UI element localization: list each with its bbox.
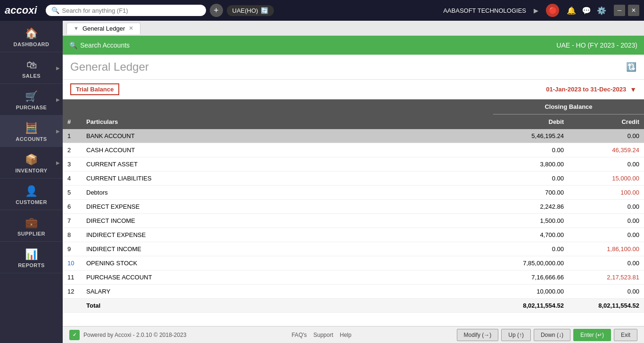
col-particulars-sub: Particulars [82, 114, 493, 130]
message-icon[interactable]: 💬 [582, 6, 591, 15]
company-code: UAE(HO) [232, 7, 258, 14]
total-debit: 8,02,11,554.52 [493, 299, 569, 313]
table-cell-num: 3 [63, 157, 82, 172]
top-bar: accoxi 🔍 + UAE(HO) 🔄 AABASOFT TECHNOLOGI… [0, 0, 644, 21]
col-credit-header: Credit [569, 114, 644, 130]
top-icons: 🔔 💬 ⚙️ [567, 6, 606, 15]
total-credit: 8,02,11,554.52 [569, 299, 644, 313]
search-input[interactable] [62, 7, 194, 14]
tab-general-ledger[interactable]: ▼ General Ledger ✕ [66, 23, 140, 34]
table-cell-debit: 3,800.00 [493, 157, 569, 172]
reports-icon: 📊 [25, 248, 38, 261]
table-row[interactable]: 1BANK ACCOUNT5,46,195.240.00 [63, 129, 644, 143]
table-container[interactable]: Closing Balance # Particulars Debit Cred… [63, 99, 644, 326]
total-label: Total [82, 299, 493, 313]
down-button[interactable]: Down (↓) [534, 329, 570, 341]
trial-balance-badge[interactable]: Trial Balance [70, 83, 119, 95]
table-cell-credit: 0.00 [569, 157, 644, 172]
table-cell-debit: 0.00 [493, 143, 569, 157]
reload-icon[interactable]: 🔃 [626, 62, 636, 72]
table-cell-particulars: CURRENT ASSET [82, 157, 493, 172]
tab-close-icon[interactable]: ✕ [129, 25, 133, 32]
table-cell-num: 11 [63, 270, 82, 285]
sidebar-item-supplier[interactable]: 💼 SUPPLIER [0, 210, 63, 242]
sidebar-item-customer[interactable]: 👤 CUSTOMER [0, 179, 63, 210]
table-cell-num: 5 [63, 186, 82, 200]
filter-icon[interactable]: ▼ [630, 86, 636, 93]
table-row[interactable]: 3CURRENT ASSET3,800.000.00 [63, 157, 644, 172]
sidebar-label-sales: SALES [22, 73, 41, 79]
date-filter[interactable]: 01-Jan-2023 to 31-Dec-2023 ▼ [546, 86, 636, 93]
table-row[interactable]: 6DIRECT EXPENSE2,242.860.00 [63, 200, 644, 214]
top-right-area: AABASOFT TECHNOLOGIES ▶ 🔴 🔔 💬 ⚙️ ─ ✕ [443, 4, 639, 17]
avatar[interactable]: 🔴 [546, 4, 559, 17]
row-num-link[interactable]: 10 [67, 260, 74, 267]
customer-icon: 👤 [25, 185, 38, 197]
table-cell-particulars: CURRENT LIABILITIES [82, 172, 493, 186]
table-cell-num: 12 [63, 285, 82, 299]
table-row[interactable]: 11PURCHASE ACCOUNT7,16,666.662,17,523.81 [63, 270, 644, 285]
table-cell-credit: 0.00 [569, 200, 644, 214]
col-debit-header: Debit [493, 114, 569, 130]
gear-icon[interactable]: ⚙️ [597, 6, 606, 15]
search-bar[interactable]: 🔍 [46, 5, 206, 16]
add-button[interactable]: + [210, 4, 223, 17]
company-name: AABASOFT TECHNOLOGIES [443, 7, 526, 14]
table-row[interactable]: 5Debtors700.00100.00 [63, 186, 644, 200]
accoxi-logo: ✓ [69, 330, 80, 340]
table-cell-particulars: SALARY [82, 285, 493, 299]
table-cell-credit: 0.00 [569, 228, 644, 242]
table-row[interactable]: 7DIRECT INCOME1,500.000.00 [63, 214, 644, 228]
sidebar-item-accounts[interactable]: 🧮 ACCOUNTS ▶ [0, 115, 63, 147]
table-cell-num: 4 [63, 172, 82, 186]
table-cell-credit: 0.00 [569, 256, 644, 270]
table-cell-credit: 0.00 [569, 129, 644, 143]
table-cell-num: 9 [63, 242, 82, 256]
table-row[interactable]: 8INDIRECT EXPENSE4,700.000.00 [63, 228, 644, 242]
table-row[interactable]: 9INDIRECT INCOME0.001,86,100.00 [63, 242, 644, 256]
enter-button[interactable]: Enter (↵) [573, 329, 611, 341]
table-total-row: Total 8,02,11,554.52 8,02,11,554.52 [63, 299, 644, 313]
company-selector[interactable]: UAE(HO) 🔄 [227, 5, 274, 16]
sidebar-item-reports[interactable]: 📊 REPORTS [0, 242, 63, 273]
sidebar-item-inventory[interactable]: 📦 INVENTORY ▶ [0, 147, 63, 179]
inventory-arrow-icon: ▶ [56, 160, 60, 165]
table-cell-particulars: BANK ACCOUNT [82, 129, 493, 143]
powered-by: ✓ Powered by Accoxi - 2.0.10 © 2018-2023 [69, 330, 186, 340]
support-link[interactable]: Support [314, 332, 333, 338]
modify-button[interactable]: Modify (→) [457, 329, 499, 341]
tab-bar: ▼ General Ledger ✕ [63, 21, 644, 36]
table-row[interactable]: 12SALARY10,000.000.00 [63, 285, 644, 299]
accounts-arrow-icon: ▶ [56, 129, 60, 134]
table-cell-debit: 1,500.00 [493, 214, 569, 228]
help-link[interactable]: Help [340, 332, 352, 338]
sidebar-label-purchase: PURCHASE [16, 105, 47, 110]
search-accounts[interactable]: 🔍 Search Accounts [69, 41, 130, 49]
table-row[interactable]: 2CASH ACCOUNT0.0046,359.24 [63, 143, 644, 157]
table-cell-debit: 2,242.86 [493, 200, 569, 214]
bell-icon[interactable]: 🔔 [567, 6, 576, 15]
table-cell-particulars: INDIRECT EXPENSE [82, 228, 493, 242]
minimize-button[interactable]: ─ [614, 5, 625, 16]
table-row[interactable]: 4CURRENT LIABILITIES0.0015,000.00 [63, 172, 644, 186]
table-cell-particulars: OPENING STOCK [82, 256, 493, 270]
powered-by-text: Powered by Accoxi - 2.0.10 © 2018-2023 [83, 332, 186, 338]
table-cell-debit: 7,85,00,000.00 [493, 256, 569, 270]
table-cell-credit: 1,86,100.00 [569, 242, 644, 256]
purchase-arrow-icon: ▶ [56, 97, 60, 102]
up-button[interactable]: Up (↑) [501, 329, 531, 341]
total-empty [63, 299, 82, 313]
sidebar-item-purchase[interactable]: 🛒 PURCHASE ▶ [0, 84, 63, 115]
table-cell-num: 6 [63, 200, 82, 214]
close-button[interactable]: ✕ [628, 5, 639, 16]
sidebar-item-dashboard[interactable]: 🏠 DASHBOARD [0, 21, 63, 52]
table-cell-particulars: DIRECT EXPENSE [82, 200, 493, 214]
table-row[interactable]: 10OPENING STOCK7,85,00,000.000.00 [63, 256, 644, 270]
table-cell-particulars: DIRECT INCOME [82, 214, 493, 228]
content-area: ▼ General Ledger ✕ 🔍 Search Accounts UAE… [63, 21, 644, 343]
sidebar-item-sales[interactable]: 🛍 SALES ▶ [0, 52, 63, 84]
faqs-link[interactable]: FAQ's [291, 332, 306, 338]
window-controls[interactable]: ─ ✕ [614, 5, 639, 16]
exit-button[interactable]: Exit [614, 329, 637, 341]
table-cell-debit: 5,46,195.24 [493, 129, 569, 143]
